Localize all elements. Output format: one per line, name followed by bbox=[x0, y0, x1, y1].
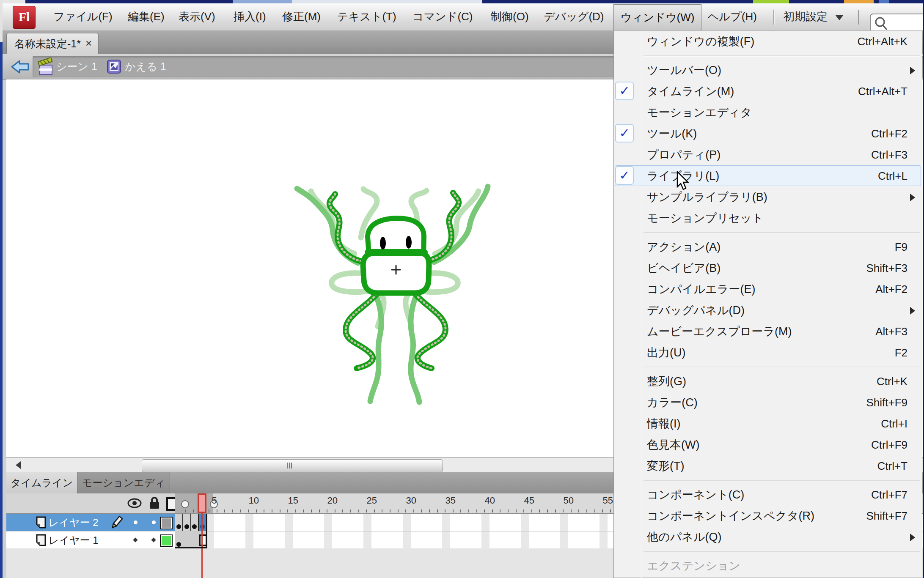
window-menu-item-14[interactable]: デバッグパネル(D) bbox=[614, 300, 922, 321]
menu-item-label: ウィンドウの複製(F) bbox=[647, 31, 754, 52]
lock-icon[interactable] bbox=[148, 497, 160, 510]
menu-item-shortcut: Ctrl+K bbox=[877, 371, 908, 392]
layer-visible-dot[interactable] bbox=[134, 520, 138, 524]
window-menu-item-4[interactable]: モーションエディタ bbox=[614, 102, 922, 123]
menu-item-1[interactable]: 編集(E) bbox=[128, 3, 165, 30]
keyframe-dot[interactable] bbox=[176, 524, 181, 529]
flash-logo-icon[interactable]: Fl bbox=[13, 6, 36, 29]
menu-item-label: デバッグパネル(D) bbox=[647, 300, 745, 321]
menu-item-6[interactable]: コマンド(C) bbox=[412, 3, 473, 30]
playhead[interactable] bbox=[198, 493, 206, 513]
keyframe-dot[interactable] bbox=[176, 542, 181, 547]
window-menu-item-25[interactable]: コンポーネントインスペクタ(R)Shift+F7 bbox=[614, 505, 922, 526]
layer-color-swatch[interactable] bbox=[160, 517, 173, 529]
window-menu-item-6[interactable]: プロパティ(P)Ctrl+F3 bbox=[614, 144, 922, 165]
playhead-line bbox=[201, 513, 203, 578]
ruler-tick bbox=[240, 510, 241, 512]
window-menu-item-20[interactable]: 情報(I)Ctrl+I bbox=[614, 413, 922, 434]
window-menu-item-8[interactable]: サンプルライブラリ(B) bbox=[614, 186, 922, 208]
layer-color-swatch[interactable] bbox=[160, 534, 173, 547]
window-menu-item-12[interactable]: ビヘイビア(B)Shift+F3 bbox=[614, 257, 922, 279]
window-menu-item-15[interactable]: ムービーエクスプローラ(M)Alt+F3 bbox=[614, 321, 922, 342]
menu-item-2[interactable]: 表示(V) bbox=[179, 3, 215, 30]
page-icon bbox=[35, 516, 47, 529]
layer-visible-dot[interactable] bbox=[133, 537, 138, 542]
ruler-tick bbox=[248, 510, 249, 512]
menubar-separator bbox=[858, 10, 859, 25]
pencil-icon bbox=[109, 515, 124, 530]
document-tab[interactable]: 名称未設定-1* × bbox=[6, 33, 99, 55]
window-menu-item-19[interactable]: カラー(C)Shift+F9 bbox=[614, 392, 922, 413]
ruler-tick bbox=[531, 510, 532, 512]
ruler-tick bbox=[319, 510, 320, 512]
ruler-tick bbox=[500, 510, 500, 512]
menu-item-0[interactable]: ファイル(F) bbox=[53, 3, 113, 30]
ruler-tick bbox=[295, 510, 296, 512]
layer-name[interactable]: レイヤー 2 bbox=[49, 514, 99, 531]
window-menu-item-2[interactable]: ツールバー(O) bbox=[614, 60, 922, 81]
layer-lock-dot[interactable] bbox=[151, 537, 156, 542]
window-menu-item-5[interactable]: ✓ツール(K)Ctrl+F2 bbox=[614, 123, 922, 144]
window-menu-item-18[interactable]: 整列(G)Ctrl+K bbox=[614, 371, 922, 392]
menu-item-8[interactable]: デバッグ(D) bbox=[544, 3, 604, 30]
ruler-number: 45 bbox=[524, 495, 534, 506]
menu-item-shortcut: Ctrl+F3 bbox=[871, 144, 908, 165]
menu-item-3[interactable]: 挿入(I) bbox=[234, 3, 266, 30]
ruler-tick bbox=[382, 510, 382, 512]
menu-help[interactable]: ヘルプ(H) bbox=[708, 3, 757, 30]
menu-item-4[interactable]: 修正(M) bbox=[282, 3, 321, 30]
window-menu-item-16[interactable]: 出力(U)F2 bbox=[614, 342, 922, 363]
workspace-switcher[interactable]: 初期設定 bbox=[784, 3, 844, 30]
window-menu-item-13[interactable]: コンパイルエラー(E)Alt+F2 bbox=[614, 279, 922, 300]
menu-item-label: ツールバー(O) bbox=[647, 60, 721, 81]
menu-window[interactable]: ウィンドウ(W) bbox=[613, 4, 701, 31]
onion-start-handle[interactable] bbox=[181, 500, 189, 508]
ruler-tick bbox=[209, 510, 209, 512]
close-icon[interactable]: × bbox=[85, 33, 92, 54]
hscrollbar-thumb[interactable] bbox=[142, 459, 443, 472]
window-menu-item-21[interactable]: 色見本(W)Ctrl+F9 bbox=[614, 434, 922, 455]
window-menu-item-22[interactable]: 変形(T)Ctrl+T bbox=[614, 455, 922, 477]
ruler-tick bbox=[468, 510, 469, 512]
breadcrumb-scene[interactable]: シーン 1 bbox=[56, 56, 97, 77]
timeline-divider bbox=[175, 493, 175, 578]
back-arrow-icon[interactable] bbox=[11, 59, 30, 74]
menu-separator bbox=[614, 477, 922, 484]
ruler-tick bbox=[578, 510, 579, 512]
check-icon: ✓ bbox=[615, 124, 634, 142]
page-icon bbox=[35, 534, 47, 547]
layer-name[interactable]: レイヤー 1 bbox=[49, 531, 99, 549]
submenu-arrow-icon bbox=[910, 67, 915, 74]
ruler-tick bbox=[311, 510, 312, 512]
scroll-left-icon[interactable] bbox=[16, 461, 21, 469]
menu-item-label: 出力(U) bbox=[647, 342, 685, 363]
chevron-down-icon bbox=[835, 15, 844, 20]
submenu-arrow-icon bbox=[910, 194, 915, 201]
menu-item-label: ビヘイビア(B) bbox=[647, 257, 720, 279]
window-menu-item-3[interactable]: ✓タイムライン(M)Ctrl+Alt+T bbox=[614, 81, 922, 102]
tab-timeline[interactable]: タイムライン bbox=[6, 472, 77, 493]
window-menu-item-11[interactable]: アクション(A)F9 bbox=[614, 236, 922, 257]
menu-item-7[interactable]: 制御(O) bbox=[491, 3, 529, 30]
window-menu-item-24[interactable]: コンポーネント(C)Ctrl+F7 bbox=[614, 484, 922, 505]
keyframe-dot[interactable] bbox=[184, 524, 189, 529]
window-menu-item-7[interactable]: ✓ライブラリ(L)Ctrl+L bbox=[614, 165, 922, 186]
ruler-number: 15 bbox=[288, 495, 298, 506]
ruler-tick bbox=[374, 510, 375, 512]
eye-icon[interactable] bbox=[127, 498, 142, 509]
menu-item-shortcut: Ctrl+Alt+T bbox=[858, 81, 908, 102]
window-menu-item-9[interactable]: モーションプリセット bbox=[614, 208, 922, 229]
breadcrumb-symbol: かえる 1 bbox=[125, 56, 166, 77]
ruler-tick bbox=[460, 510, 461, 512]
menu-bar: Fl ファイル(F)編集(E)表示(V)挿入(I)修正(M)テキスト(T)コマン… bbox=[3, 3, 924, 31]
clapperboard-icon[interactable] bbox=[38, 58, 55, 76]
symbol-icon[interactable] bbox=[107, 60, 121, 74]
window-menu-item-26[interactable]: 他のパネル(Q) bbox=[614, 526, 922, 548]
tab-motion-editor[interactable]: モーションエディタ bbox=[77, 472, 170, 493]
ruler-tick bbox=[224, 510, 225, 512]
ruler-tick bbox=[555, 510, 556, 512]
window-menu-item-0[interactable]: ウィンドウの複製(F)Ctrl+Alt+K bbox=[614, 31, 922, 52]
layer-lock-dot[interactable] bbox=[152, 520, 156, 524]
menu-item-5[interactable]: テキスト(T) bbox=[337, 3, 396, 30]
keyframe-dot[interactable] bbox=[192, 524, 197, 529]
